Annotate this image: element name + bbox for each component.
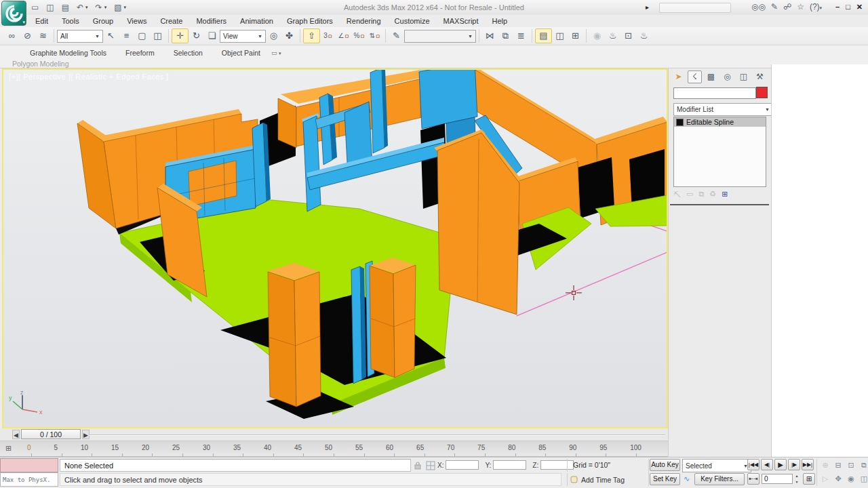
select-and-manipulate-icon[interactable]: ✤ — [281, 28, 297, 43]
track-bar[interactable]: ⊞ 05101520253035404550556065707580859095… — [0, 441, 668, 457]
viewport-label[interactable]: [+][ Perspective ][ Realistic + Edged Fa… — [9, 73, 169, 81]
open-file-icon[interactable]: ◫ — [46, 3, 54, 12]
application-menu-button[interactable]: ▾ — [1, 1, 26, 26]
add-time-tag[interactable]: Add Time Tag — [567, 473, 648, 486]
ribbon-tab-0[interactable]: Graphite Modeling Tools — [20, 47, 116, 58]
orange-column[interactable] — [268, 272, 296, 407]
zoom-icon[interactable]: ⊕ — [819, 459, 831, 472]
move-gizmo[interactable] — [566, 285, 582, 300]
edit-named-selection-sets-icon[interactable]: ✎ — [389, 28, 404, 43]
current-frame-field[interactable]: 0 — [762, 474, 793, 484]
make-unique-icon[interactable]: ⧉ — [698, 190, 704, 199]
menu-item-10[interactable]: MAXScript — [437, 17, 486, 25]
select-and-scale-icon[interactable]: ❏ — [204, 28, 220, 43]
select-and-rotate-icon[interactable]: ↻ — [189, 28, 204, 43]
curve-editor-icon[interactable]: ◫ — [552, 28, 568, 43]
undo-icon[interactable]: ↶ — [77, 3, 83, 12]
hierarchy-tab-icon[interactable]: ▩ — [704, 70, 718, 83]
menu-item-2[interactable]: Group — [86, 17, 121, 25]
maximize-viewport-toggle-icon[interactable]: ◫ — [858, 472, 868, 485]
key-mode-dropdown[interactable]: Selected ▼ — [682, 459, 751, 472]
menu-item-3[interactable]: Views — [120, 17, 153, 25]
menu-item-7[interactable]: Graph Editors — [280, 17, 340, 25]
menu-item-4[interactable]: Create — [153, 17, 189, 25]
menu-item-11[interactable]: Help — [486, 17, 515, 25]
motion-tab-icon[interactable]: ◎ — [720, 70, 734, 83]
modifier-stack-row[interactable]: Editable Spline — [674, 117, 766, 127]
utilities-tab-icon[interactable]: ⚒ — [753, 70, 767, 83]
reference-coordinate-system-dropdown[interactable]: View▼ — [220, 30, 266, 43]
set-keys-key-icon[interactable]: ∿ — [684, 474, 690, 483]
maxscript-mini-listener[interactable]: Max to PhysX. — [0, 472, 58, 487]
selection-filter-dropdown[interactable]: All▼ — [57, 30, 103, 43]
display-tab-icon[interactable]: ◫ — [736, 70, 751, 83]
redo-icon[interactable]: ↷ — [96, 3, 102, 12]
go-to-end-button[interactable]: ▶▶| — [802, 459, 814, 470]
sign-in-icon[interactable]: ✎ — [771, 2, 778, 12]
communication-center-icon[interactable]: ☍ — [783, 2, 791, 12]
snaps-toggle-3d-icon[interactable]: 3Ω — [320, 28, 336, 43]
unlink-selection-icon[interactable]: ⊘ — [20, 28, 35, 43]
auto-key-button[interactable]: Auto Key — [650, 459, 680, 471]
remove-modifier-icon[interactable]: ♻ — [709, 190, 716, 199]
next-frame-button[interactable]: |▶ — [788, 459, 800, 470]
menu-item-9[interactable]: Customize — [388, 17, 437, 25]
mirror-icon[interactable]: ⋈ — [482, 28, 498, 43]
spinner-snap-toggle-icon[interactable]: ⇅Ω — [367, 28, 382, 43]
orange-column[interactable] — [370, 266, 395, 378]
previous-frame-arrow-icon[interactable]: ◀ — [12, 430, 20, 439]
rectangular-selection-region-icon[interactable]: ▢ — [134, 28, 150, 43]
align-icon[interactable]: ⧉ — [498, 28, 513, 43]
object-color-swatch[interactable] — [756, 87, 768, 98]
qat-customize-caret-icon[interactable]: ▾ — [124, 5, 127, 10]
select-and-link-icon[interactable]: ∞ — [4, 28, 20, 43]
menu-item-8[interactable]: Rendering — [340, 17, 388, 25]
help-icon[interactable]: (?)▾ — [810, 2, 822, 12]
graphite-modeling-ribbon-toggle-icon[interactable]: ▤ — [535, 28, 552, 43]
rendered-frame-window-icon[interactable]: ⊡ — [620, 28, 636, 43]
macro-recorder-field[interactable] — [0, 458, 58, 472]
show-end-result-icon[interactable]: ▭ — [686, 190, 693, 199]
absolute-mode-transform-icon[interactable] — [426, 461, 435, 470]
orbit-icon[interactable]: ◉ — [845, 472, 857, 485]
y-coordinate-field[interactable] — [493, 460, 526, 470]
ribbon-tab-3[interactable]: Object Paint — [212, 47, 270, 58]
project-folder-icon[interactable]: ▧ — [114, 3, 121, 12]
ribbon-minimize-icon[interactable]: ▭ ▾ — [271, 49, 281, 56]
save-file-icon[interactable]: ▤ — [62, 3, 69, 12]
field-of-view-icon[interactable]: ▷ — [819, 472, 831, 485]
menu-item-5[interactable]: Modifiers — [189, 17, 233, 25]
key-filters-button[interactable]: Key Filters... — [694, 473, 745, 485]
render-setup-icon[interactable]: ♨ — [605, 28, 620, 43]
previous-frame-button[interactable]: ◀| — [761, 459, 773, 470]
named-selection-sets-dropdown[interactable]: ▼ — [404, 30, 476, 43]
new-file-icon[interactable]: ▭ — [31, 3, 39, 12]
infocenter-search-input[interactable] — [659, 3, 731, 13]
redo-caret-icon[interactable]: ▾ — [104, 5, 107, 10]
play-button[interactable]: ▶ — [774, 459, 787, 470]
perspective-viewport[interactable]: [+][ Perspective ][ Realistic + Edged Fa… — [2, 68, 668, 428]
percent-snap-toggle-icon[interactable]: %Ω — [351, 28, 367, 43]
use-pivot-point-center-icon[interactable]: ◎ — [266, 28, 281, 43]
undo-caret-icon[interactable]: ▾ — [85, 5, 88, 10]
select-and-move-icon[interactable]: ✛ — [172, 28, 189, 43]
menu-item-0[interactable]: Edit — [28, 17, 55, 25]
modifier-list-dropdown[interactable]: Modifier List ▼ — [673, 103, 773, 116]
orange-column[interactable] — [294, 272, 321, 407]
create-tab-icon[interactable]: ➤ — [671, 70, 686, 83]
zoom-extents-all-icon[interactable]: ⧉ — [858, 459, 868, 472]
select-object-icon[interactable]: ↖ — [103, 28, 119, 43]
go-to-start-button[interactable]: |◀◀ — [747, 459, 760, 470]
key-mode-toggle-button[interactable]: ⇤⇥ — [747, 473, 760, 485]
bind-to-space-warp-icon[interactable]: ≋ — [35, 28, 51, 43]
close-icon[interactable]: ✕ — [856, 3, 863, 12]
layer-manager-icon[interactable]: ≣ — [513, 28, 529, 43]
orange-wall[interactable] — [278, 98, 296, 148]
angle-snap-toggle-icon[interactable]: ∠Ω — [336, 28, 351, 43]
menu-item-1[interactable]: Tools — [55, 17, 86, 25]
minimize-icon[interactable]: – — [835, 3, 840, 12]
select-by-name-icon[interactable]: ≡ — [119, 28, 134, 43]
schematic-view-icon[interactable]: ⊞ — [568, 28, 583, 43]
menu-item-6[interactable]: Animation — [233, 17, 280, 25]
frame-spinner[interactable]: ▲▼ — [793, 474, 800, 484]
